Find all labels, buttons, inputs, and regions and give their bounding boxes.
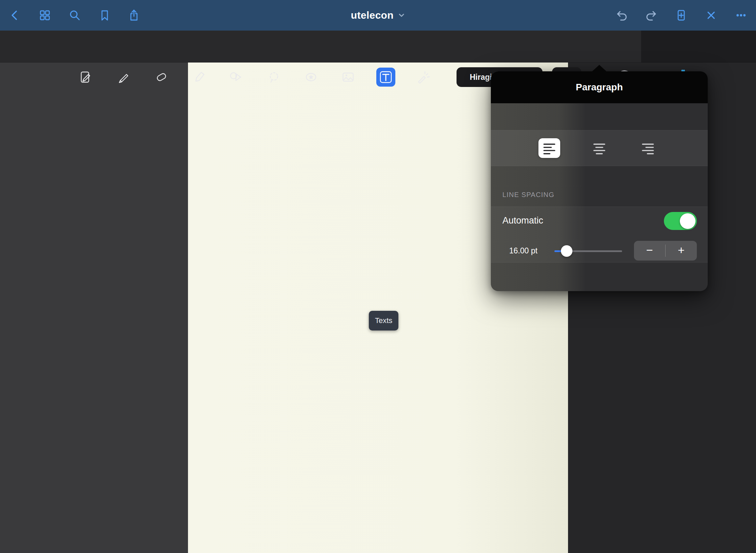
close-button[interactable] bbox=[703, 7, 719, 23]
close-icon bbox=[704, 8, 718, 22]
document-title-button[interactable]: utelecon bbox=[351, 0, 405, 31]
more-button[interactable] bbox=[733, 7, 749, 23]
shapes-tool[interactable] bbox=[226, 68, 245, 87]
highlighter-tool[interactable] bbox=[190, 68, 209, 87]
redo-icon bbox=[644, 8, 658, 22]
undo-icon bbox=[615, 8, 629, 22]
bookmark-button[interactable] bbox=[97, 7, 113, 23]
align-left-option[interactable] bbox=[538, 138, 560, 158]
back-button[interactable] bbox=[6, 7, 23, 23]
document-tool[interactable] bbox=[76, 68, 95, 87]
share-button[interactable] bbox=[126, 7, 142, 23]
goodnotes-window: utelecon bbox=[0, 0, 756, 553]
align-right-icon bbox=[641, 141, 655, 155]
image-tool[interactable] bbox=[339, 68, 358, 87]
add-page-button[interactable] bbox=[673, 7, 689, 23]
line-spacing-section-label: LINE SPACING bbox=[502, 191, 554, 199]
pen-tool-icon bbox=[114, 68, 133, 87]
highlighter-tool-icon bbox=[190, 68, 209, 87]
popover-caret bbox=[592, 65, 607, 72]
line-spacing-stepper: − + bbox=[634, 241, 697, 261]
document-title: utelecon bbox=[351, 10, 394, 21]
align-right-option[interactable] bbox=[637, 138, 659, 158]
text-tool[interactable] bbox=[376, 68, 395, 87]
share-icon bbox=[127, 8, 141, 22]
decrease-spacing-button[interactable]: − bbox=[634, 241, 665, 261]
line-spacing-value: 16.00 pt bbox=[509, 246, 537, 255]
navigation-bar: utelecon bbox=[0, 0, 756, 31]
shapes-tool-icon bbox=[226, 68, 245, 87]
align-center-option[interactable] bbox=[588, 138, 610, 158]
paragraph-popover: Paragraph LINE SPACING Automatic 16.00 p… bbox=[491, 71, 708, 291]
align-left-icon bbox=[543, 141, 556, 155]
laser-pointer-tool-icon bbox=[414, 68, 433, 87]
automatic-label: Automatic bbox=[502, 215, 543, 226]
chevron-down-icon bbox=[398, 12, 405, 18]
slider-knob[interactable] bbox=[561, 245, 572, 257]
elements-tool-icon bbox=[302, 68, 321, 87]
eraser-tool[interactable] bbox=[152, 68, 171, 87]
document-tool-icon bbox=[76, 68, 95, 87]
pen-tool[interactable] bbox=[114, 68, 133, 87]
bookmark-icon bbox=[98, 8, 111, 22]
redo-button[interactable] bbox=[643, 7, 659, 23]
increase-spacing-button[interactable]: + bbox=[666, 241, 697, 261]
selected-text-label: Texts bbox=[375, 316, 392, 325]
search-button[interactable] bbox=[67, 7, 83, 23]
align-center-icon bbox=[592, 141, 606, 155]
search-icon bbox=[68, 8, 82, 22]
popover-header: Paragraph bbox=[491, 71, 708, 103]
image-tool-icon bbox=[339, 68, 358, 87]
lasso-tool-icon bbox=[264, 68, 284, 87]
eraser-tool-icon bbox=[152, 68, 171, 87]
automatic-toggle[interactable] bbox=[664, 212, 697, 230]
laser-pointer-tool[interactable] bbox=[414, 68, 433, 87]
elements-tool[interactable] bbox=[302, 68, 321, 87]
pages-overview-button[interactable] bbox=[37, 7, 53, 23]
more-icon bbox=[734, 8, 748, 22]
add-page-icon bbox=[674, 8, 688, 22]
selected-text-object[interactable]: Texts bbox=[369, 311, 398, 331]
toolbar-dim-overlay bbox=[641, 31, 756, 63]
popover-title: Paragraph bbox=[576, 82, 623, 93]
undo-button[interactable] bbox=[614, 7, 630, 23]
lasso-tool[interactable] bbox=[264, 68, 284, 87]
back-icon bbox=[8, 8, 21, 22]
canvas-background-left bbox=[0, 63, 188, 553]
text-tool-icon bbox=[376, 68, 395, 87]
line-spacing-slider[interactable] bbox=[554, 250, 622, 252]
toggle-knob bbox=[680, 213, 695, 229]
tool-bar: HiraginoSans-... 16 bbox=[0, 31, 756, 63]
pages-overview-icon bbox=[38, 8, 52, 22]
